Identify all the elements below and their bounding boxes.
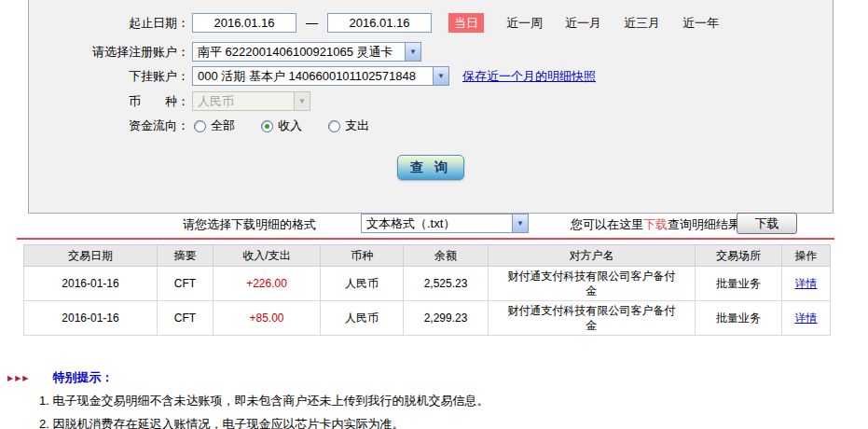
currency-row: 币 种： 人民币 ▼ (29, 91, 833, 111)
special-note-item: 1. 电子现金交易明细不含未达账项，即未包含商户还未上传到我行的脱机交易信息。 (39, 393, 868, 409)
fund-flow-label: 资金流向： (29, 118, 192, 134)
radio-circle-icon (261, 120, 273, 132)
col-header-date: 交易日期 (24, 245, 158, 267)
download-button[interactable]: 下载 (737, 213, 797, 234)
cell-date: 2016-01-16 (24, 267, 158, 301)
cell-balance: 2,525.23 (404, 267, 489, 301)
cell-balance: 2,299.23 (404, 301, 489, 336)
detail-link[interactable]: 详情 (795, 311, 818, 325)
col-header-balance: 余额 (404, 245, 489, 267)
dropdown-arrow-icon: ▼ (294, 92, 310, 110)
registered-account-row: 请选择注册账户： 南平 6222001406100921065 灵通卡 ▼ (29, 42, 833, 62)
radio-all[interactable]: 全部 (194, 118, 235, 134)
transaction-table: 交易日期 摘要 收入/支出 币种 余额 对方户名 交易场所 操作 2016-01… (23, 244, 831, 336)
query-button[interactable]: 查 询 (397, 155, 464, 180)
radio-dot (265, 124, 269, 129)
triple-arrow-icon: ▶▶▶ (7, 374, 30, 382)
quick-range-today[interactable]: 当日 (448, 13, 484, 33)
cell-currency: 人民币 (321, 301, 404, 336)
download-hint-link[interactable]: 下载 (643, 217, 668, 231)
download-format-label: 请您选择下载明细的格式 (183, 216, 316, 233)
col-header-action: 操作 (782, 245, 831, 267)
sub-account-label: 下挂账户： (29, 68, 192, 85)
dropdown-arrow-icon[interactable]: ▼ (433, 67, 448, 85)
cell-counterparty: 财付通支付科技有限公司客户备付金 (489, 267, 696, 301)
radio-circle-icon (328, 120, 340, 132)
cell-amount: +226.00 (214, 267, 321, 301)
fund-flow-radio-group: 全部 收入 支出 (192, 118, 369, 134)
special-notes-header: ▶▶▶ 特别提示： (0, 369, 868, 386)
download-hint-prefix: 您可以在这里 (571, 217, 643, 231)
radio-expense-label: 支出 (345, 118, 369, 134)
quick-range-month[interactable]: 近一月 (565, 15, 601, 32)
quick-range-quarter[interactable]: 近三月 (624, 15, 660, 32)
date-range-dash: — (306, 16, 318, 30)
date-range-label: 起止日期： (29, 15, 192, 32)
red-separator-line (17, 238, 834, 240)
registered-account-value: 南平 6222001406100921065 灵通卡 (193, 44, 405, 61)
col-header-amount: 收入/支出 (214, 245, 321, 267)
quick-range-week[interactable]: 近一周 (506, 15, 543, 32)
special-notes-title: 特别提示： (52, 369, 113, 386)
radio-all-label: 全部 (211, 118, 235, 134)
download-format-select[interactable]: 文本格式（.txt） ▼ (361, 214, 529, 233)
dropdown-arrow-icon[interactable]: ▼ (512, 214, 528, 232)
date-range-row: 起止日期： — 当日 近一周 近一月 近三月 近一年 (29, 13, 833, 33)
end-date-input[interactable] (327, 13, 432, 33)
cell-currency: 人民币 (321, 267, 404, 301)
download-hint-suffix: 查询明细结果 (668, 217, 740, 231)
cell-summary: CFT (158, 301, 214, 336)
currency-value: 人民币 (193, 93, 294, 110)
cell-amount: +85.00 (214, 301, 321, 336)
download-row: 请您选择下载明细的格式 文本格式（.txt） ▼ 您可以在这里下载查询明细结果 … (0, 213, 868, 236)
cell-venue: 批量业务 (696, 301, 782, 336)
sub-account-select[interactable]: 000 活期 基本户 1406600101102571848 ▼ (192, 66, 449, 86)
table-header-row: 交易日期 摘要 收入/支出 币种 余额 对方户名 交易场所 操作 (24, 245, 831, 267)
bank-transaction-query-page: 起止日期： — 当日 近一周 近一月 近三月 近一年 请选择注册账户： 南平 6… (0, 0, 868, 429)
start-date-input[interactable] (192, 13, 296, 33)
query-form-panel: 起止日期： — 当日 近一周 近一月 近三月 近一年 请选择注册账户： 南平 6… (28, 0, 834, 214)
special-note-item: 2. 因脱机消费存在延迟入账情况，电子现金应以芯片卡内实际为准。 (39, 416, 868, 429)
cell-counterparty: 财付通支付科技有限公司客户备付金 (489, 301, 696, 336)
table-row: 2016-01-16 CFT +85.00 人民币 2,299.23 财付通支付… (24, 301, 831, 336)
quick-range-year[interactable]: 近一年 (682, 15, 719, 32)
registered-account-select[interactable]: 南平 6222001406100921065 灵通卡 ▼ (192, 42, 421, 62)
cell-date: 2016-01-16 (24, 301, 158, 336)
cell-venue: 批量业务 (696, 267, 782, 301)
fund-flow-row: 资金流向： 全部 收入 支出 (29, 118, 833, 134)
col-header-currency: 币种 (321, 245, 404, 267)
radio-circle-icon (194, 120, 206, 132)
table-row: 2016-01-16 CFT +226.00 人民币 2,525.23 财付通支… (24, 267, 831, 301)
save-snapshot-link[interactable]: 保存近一个月的明细快照 (462, 68, 596, 85)
special-notes: ▶▶▶ 特别提示： 1. 电子现金交易明细不含未达账项，即未包含商户还未上传到我… (0, 369, 868, 429)
radio-income-label: 收入 (278, 118, 302, 134)
sub-account-row: 下挂账户： 000 活期 基本户 1406600101102571848 ▼ 保… (29, 66, 833, 86)
registered-account-label: 请选择注册账户： (29, 44, 192, 61)
sub-account-value: 000 活期 基本户 1406600101102571848 (193, 68, 433, 85)
download-format-value: 文本格式（.txt） (362, 215, 512, 232)
col-header-venue: 交易场所 (696, 245, 782, 267)
col-header-counterparty: 对方户名 (489, 245, 696, 267)
currency-select-disabled: 人民币 ▼ (192, 91, 310, 111)
currency-label: 币 种： (29, 93, 192, 110)
cell-summary: CFT (158, 267, 214, 301)
radio-income[interactable]: 收入 (261, 118, 302, 134)
dropdown-arrow-icon[interactable]: ▼ (405, 43, 420, 61)
download-hint: 您可以在这里下载查询明细结果 (571, 216, 740, 233)
col-header-summary: 摘要 (158, 245, 214, 267)
detail-link[interactable]: 详情 (795, 277, 818, 290)
radio-expense[interactable]: 支出 (328, 118, 369, 134)
